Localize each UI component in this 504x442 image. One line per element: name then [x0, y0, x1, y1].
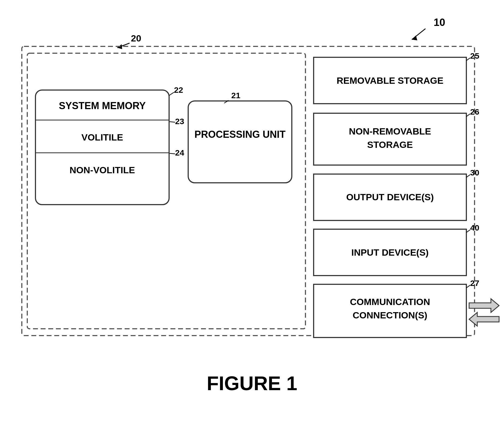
- ref-24: 24: [175, 148, 184, 157]
- svg-marker-1: [412, 35, 417, 40]
- ref-23: 23: [175, 117, 184, 126]
- ref-21: 21: [231, 91, 240, 100]
- svg-line-2: [117, 43, 130, 48]
- svg-line-6: [169, 92, 174, 95]
- ref-30: 30: [470, 168, 479, 177]
- ref-10-label: 10: [434, 17, 445, 28]
- svg-line-8: [170, 153, 175, 154]
- ref-26: 26: [470, 107, 479, 116]
- volatile-label: VOLITILE: [82, 132, 123, 142]
- ref-27: 27: [470, 279, 479, 288]
- non-removable-storage-label-2: STORAGE: [367, 139, 413, 150]
- ref-25: 25: [470, 51, 479, 60]
- non-removable-storage-label-1: NON-REMOVABLE: [349, 126, 431, 136]
- svg-line-12: [466, 175, 470, 177]
- input-devices-label: INPUT DEVICE(S): [351, 247, 428, 258]
- figure-label: FIGURE 1: [207, 372, 297, 394]
- communication-label-1: COMMUNICATION: [350, 297, 430, 307]
- input-devices-box: [314, 229, 466, 276]
- ref-20-label: 20: [131, 33, 141, 43]
- removable-storage-box: [314, 57, 466, 104]
- svg-line-13: [466, 230, 470, 232]
- svg-line-14: [466, 285, 470, 288]
- output-devices-label: OUTPUT DEVICE(S): [346, 192, 434, 202]
- outer-box: [22, 46, 475, 336]
- svg-line-0: [412, 29, 425, 40]
- svg-line-11: [466, 114, 470, 117]
- svg-line-10: [466, 58, 470, 61]
- removable-storage-label: REMOVABLE STORAGE: [337, 75, 443, 86]
- svg-line-9: [224, 100, 229, 103]
- ref-22: 22: [174, 85, 183, 94]
- processing-unit-box: [188, 101, 292, 183]
- communication-label-2: CONNECTION(S): [353, 310, 427, 320]
- system-memory-label: SYSTEM MEMORY: [59, 100, 146, 111]
- communication-box: [314, 284, 466, 338]
- inner-box: [27, 53, 305, 329]
- non-volatile-label: NON-VOLITILE: [70, 165, 135, 175]
- system-memory-box: [35, 90, 169, 205]
- output-devices-box: [314, 174, 466, 220]
- comm-arrow-left: [469, 312, 499, 326]
- comm-arrow-right: [469, 299, 499, 312]
- svg-line-7: [170, 122, 175, 122]
- ref-40: 40: [470, 223, 479, 232]
- processing-unit-label: PROCESSING UNIT: [194, 129, 286, 140]
- non-removable-storage-box: [314, 113, 466, 165]
- svg-marker-3: [117, 44, 122, 49]
